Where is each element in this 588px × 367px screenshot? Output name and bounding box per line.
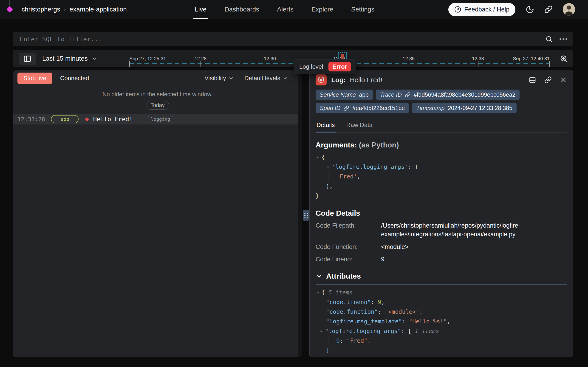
tab-details[interactable]: Details [315,119,336,132]
code-token: : [378,307,385,317]
code-token: "code.function" [326,307,378,317]
code-token: , [419,307,423,317]
panel-resize-handle[interactable] [303,210,309,221]
visibility-dropdown[interactable]: Visibility [204,75,234,82]
collapse-chevron-icon[interactable] [319,329,323,333]
tick-label: Sep 27, 12:25:31 [129,56,166,61]
divider [120,53,120,64]
code-token: "Fred" [347,336,367,346]
feedback-help-button[interactable]: Feedback / Help [448,3,515,16]
question-circle-icon [454,6,461,13]
item-count: 1 items [415,326,439,336]
copy-link-icon[interactable] [544,76,552,83]
details-title: Log: Hello Fred! [331,76,382,84]
tag-label: Span ID [320,105,340,111]
kv-value: <module> [381,242,565,251]
collapse-chevron-icon[interactable] [315,273,323,280]
tag-value: #ea4d5f226ec151be [352,105,405,111]
live-logs-panel: Stop live Connected Visibility Default l… [13,70,302,357]
visibility-label: Visibility [204,75,226,82]
code-token: "code.lineno" [326,297,371,307]
logfire-logo-icon[interactable] [7,6,13,13]
close-icon[interactable] [560,76,567,83]
service-name-tag[interactable]: Service Name app [315,90,373,100]
log-timestamp: 12:33:28 [17,116,45,123]
code-token: "/Users/christophersamiullah/repos/pydan… [385,355,567,357]
kv-label: Code Function: [315,242,381,251]
code-token: 'Fred' [336,172,357,181]
arguments-heading: Arguments: (as Python) [315,141,567,149]
kv-label: Code Lineno: [315,255,381,264]
tag-value: #fdd5694a8fa98eb4e301d99ebc056ea2 [414,92,516,98]
nav-links: Live Dashboards Alerts Explore Settings [195,0,374,19]
nav-tab-dashboards[interactable]: Dashboards [224,0,259,19]
breadcrumb-separator: › [64,6,66,13]
collapse-chevron-icon[interactable] [326,165,330,169]
tab-raw-data[interactable]: Raw Data [345,119,373,132]
sidebar-toggle-button[interactable] [19,53,36,65]
user-avatar[interactable] [563,3,575,16]
code-details-table: Code Filepath: /Users/christophersamiull… [315,221,567,264]
nav-tab-explore[interactable]: Explore [311,0,333,19]
arguments-heading-suffix: (as Python) [359,141,399,149]
tag-label: Timestamp [416,105,444,111]
logo-accent-line [9,0,10,6]
tick-mark [478,61,479,67]
zoom-in-button[interactable] [558,53,570,65]
item-count: 5 items [328,288,353,297]
service-badge: app [51,115,79,123]
tick-label: Sep 27, 12:40:31 [513,56,550,61]
sql-filter-input[interactable] [13,32,545,46]
link-icon [405,92,410,98]
collapse-chevron-icon[interactable] [315,291,320,295]
nav-tab-live[interactable]: Live [195,0,207,19]
code-token: ] [326,346,329,355]
code-details-heading: Code Details [315,209,567,217]
arguments-python-tree: { 'logfire.logging_args': ( 'Fred', ), } [315,152,567,201]
code-token: "logfire.msg_template" [326,317,402,326]
breadcrumb: christophergs › example-application [22,0,127,19]
nav-tab-alerts[interactable]: Alerts [277,0,294,19]
code-token: 0 [336,336,340,346]
tick-mark [129,61,130,67]
more-options-icon[interactable] [560,38,567,40]
breadcrumb-project[interactable]: example-application [70,6,127,13]
sql-filter-bar [13,32,573,46]
code-token: 'logfire.logging_args' [332,162,408,172]
attributes-json-tree: { 5 items "code.lineno": 9, "code.functi… [315,288,567,357]
search-icon[interactable] [545,35,553,43]
scrollbar-track[interactable] [298,71,302,357]
breadcrumb-org[interactable]: christophergs [22,6,60,13]
code-token: } [315,191,319,201]
tick-label: 12:35 [403,56,415,61]
code-token: { [322,152,325,162]
code-token: : [378,355,385,357]
log-level-tooltip: Log level: Error [294,59,356,74]
collapse-chevron-icon[interactable] [315,155,320,159]
scope-badge: logging [148,116,173,123]
tick-mark [270,61,270,67]
trace-id-tag[interactable]: Trace ID #fdd5694a8fa98eb4e301d99ebc056e… [376,90,520,100]
feedback-help-label: Feedback / Help [464,6,509,13]
error-shield-icon [315,75,327,85]
tooltip-label: Log level: [299,63,325,70]
log-row[interactable]: 12:33:28 app Hello Fred! logging [13,114,302,125]
today-button[interactable]: Today [146,101,169,109]
chevron-down-icon [91,56,97,62]
code-token: , [381,297,385,307]
split-view-icon[interactable] [529,76,536,83]
stop-live-button[interactable]: Stop live [17,73,52,84]
dark-mode-moon-icon[interactable] [526,5,534,14]
time-range-selector[interactable]: Last 15 minutes [42,50,97,67]
span-id-tag[interactable]: Span ID #ea4d5f226ec151be [315,103,409,113]
nav-tab-settings[interactable]: Settings [351,0,374,19]
tick-mark [200,61,201,67]
code-token: : [371,297,378,307]
connection-status: Connected [60,75,89,82]
share-link-icon[interactable] [544,5,553,14]
default-levels-dropdown[interactable]: Default levels [244,75,288,82]
tag-value: app [359,92,369,98]
tick-label: 12:38 [472,56,484,61]
timestamp-tag[interactable]: Timestamp 2024-09-27 12:33:28.385 [412,103,516,113]
kv-value: /Users/christophersamiullah/repos/pydant… [381,221,565,239]
